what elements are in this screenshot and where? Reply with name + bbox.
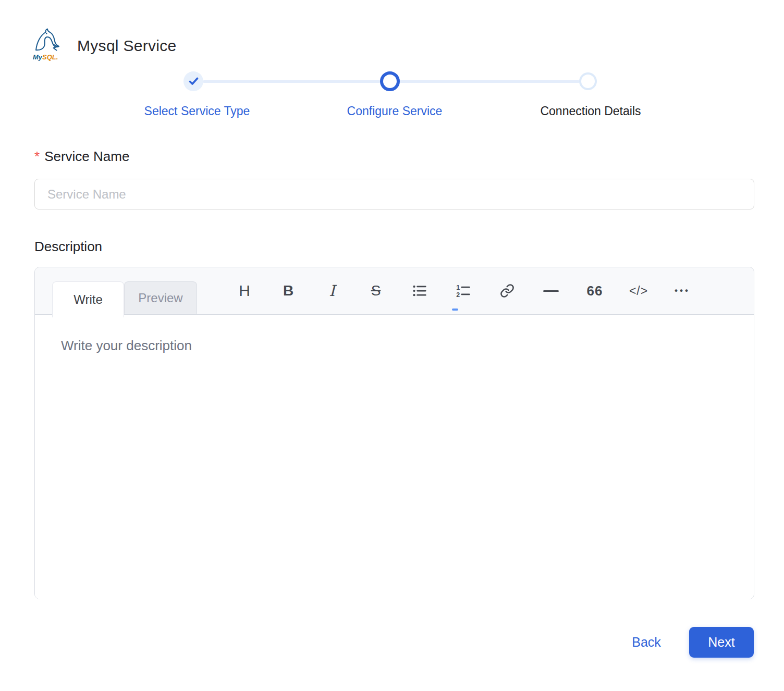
code-button[interactable]: </> [629,278,648,303]
service-name-label: * Service Name [34,149,129,165]
link-button[interactable] [498,278,517,303]
step-2-indicator [380,71,400,91]
stepper-connector-2 [399,80,580,83]
stepper-connector-1 [203,80,381,83]
tab-preview[interactable]: Preview [124,281,197,314]
page-title: Mysql Service [77,37,177,55]
strikethrough-button[interactable]: S [366,278,385,303]
step-2-label: Configure Service [290,104,499,118]
step-3-label: Connection Details [486,104,695,118]
unordered-list-button[interactable] [410,278,429,303]
step-3-indicator [579,72,597,90]
description-label: Description [34,239,102,255]
horizontal-rule-icon [543,290,559,292]
service-name-input[interactable] [34,179,754,209]
italic-icon: I [329,282,335,300]
mysql-logo-text: MySQL. [33,53,58,61]
step-1-indicator [183,71,203,91]
editor-toolbar: H B I S [235,267,692,314]
service-name-label-text: Service Name [44,149,129,165]
ordered-list-active-indicator [452,309,458,311]
ordered-list-button[interactable]: 1 2 [454,278,473,303]
quote-button[interactable]: 66 [585,278,604,303]
next-button[interactable]: Next [689,627,754,658]
check-icon [189,77,199,85]
required-asterisk: * [34,149,40,165]
heading-icon: H [239,282,250,300]
heading-button[interactable]: H [235,278,254,303]
quote-icon: 66 [587,283,603,299]
tab-write[interactable]: Write [52,281,124,317]
description-editor: Write Preview H B I S [34,267,754,599]
svg-text:1: 1 [456,284,460,291]
link-icon [500,283,514,298]
more-icon: ••• [675,286,690,296]
code-icon: </> [629,284,648,298]
bold-button[interactable]: B [279,278,298,303]
editor-header: Write Preview H B I S [35,267,754,315]
more-button[interactable]: ••• [673,278,692,303]
strikethrough-icon: S [371,282,381,299]
editor-tabs: Write Preview [52,281,197,317]
mysql-logo: MySQL. [29,28,66,63]
bold-icon: B [283,282,293,299]
italic-button[interactable]: I [323,278,341,303]
mysql-dolphin-icon: MySQL. [29,28,66,63]
back-button[interactable]: Back [614,630,679,654]
step-1-label: Select Service Type [93,104,301,118]
description-textarea[interactable] [35,315,754,599]
horizontal-rule-button[interactable] [542,278,560,303]
unordered-list-icon [412,283,427,299]
svg-text:2: 2 [456,291,460,299]
ordered-list-icon: 1 2 [456,283,471,299]
